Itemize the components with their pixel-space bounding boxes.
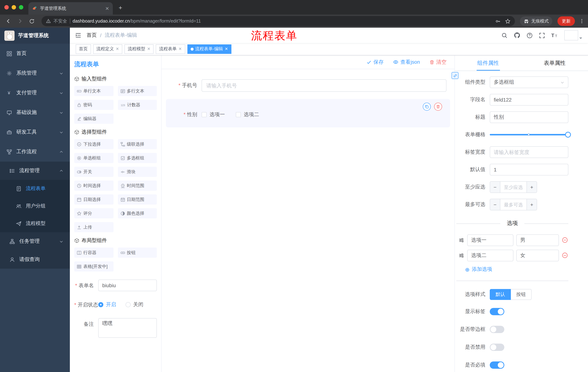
search-icon[interactable] (501, 32, 508, 38)
tag-home[interactable]: 首页 (76, 44, 91, 54)
component-single-text[interactable]: 单行文本 (74, 86, 113, 96)
back-button[interactable] (4, 16, 13, 26)
form-remark-textarea[interactable]: 嘿嘿 (98, 318, 157, 338)
password-key-icon[interactable] (495, 18, 501, 24)
max-select-input[interactable] (500, 199, 526, 210)
remove-option-button[interactable] (562, 237, 568, 244)
field-name-input[interactable] (490, 94, 568, 106)
update-chrome-button[interactable]: 更新 (557, 16, 575, 26)
bookmark-star-icon[interactable] (505, 18, 511, 24)
sidebar-item-home[interactable]: 首页 (0, 44, 70, 63)
close-window-button[interactable] (4, 5, 9, 10)
sidebar-item-payment[interactable]: ¥ 支付管理 (0, 83, 70, 103)
slider-handle[interactable] (565, 132, 571, 138)
sidebar-item-task-mgmt[interactable]: 任务管理 (0, 232, 70, 250)
tab-form-props[interactable]: 表单属性 (521, 55, 588, 71)
app-logo[interactable]: 芋道管理系统 (0, 28, 70, 44)
component-switch[interactable]: 开关 (74, 167, 113, 177)
component-table[interactable]: 表格[开发中] (74, 261, 113, 272)
border-toggle[interactable] (490, 326, 504, 333)
form-grid-slider[interactable] (490, 129, 568, 140)
drawing-board[interactable]: 手机号 (162, 69, 454, 372)
sidebar-item-process-mgmt[interactable]: 流程管理 (0, 162, 70, 180)
collapse-sidebar-icon[interactable] (72, 29, 84, 42)
gender-option2-checkbox[interactable]: 选项二 (236, 111, 259, 118)
link-icon[interactable] (452, 72, 459, 79)
new-tab-button[interactable]: + (115, 2, 126, 13)
save-button[interactable]: 保存 (367, 59, 384, 65)
component-slider[interactable]: 滑块 (118, 167, 157, 177)
component-checkbox-group[interactable]: 多选框组 (118, 153, 157, 163)
tag-process-definition[interactable]: 流程定义 ✕ (93, 44, 122, 54)
min-select-input[interactable] (500, 182, 526, 192)
sidebar-item-process-form[interactable]: 流程表单 (0, 180, 70, 197)
component-radio-group[interactable]: 单选框组 (74, 153, 113, 163)
minimize-window-button[interactable] (12, 5, 16, 10)
field-phone[interactable]: 手机号 (166, 77, 450, 94)
option2-label-input[interactable] (467, 250, 514, 261)
remove-option-button[interactable] (562, 252, 568, 259)
address-bar[interactable]: 不安全 dashboard.yudao.iocoder.cn/bpm/manag… (42, 16, 515, 26)
status-off-radio[interactable]: 关闭 (126, 301, 143, 308)
drag-handle-icon[interactable] (459, 237, 464, 243)
sidebar-item-devtools[interactable]: 研发工具 (0, 122, 70, 142)
component-multi-text[interactable]: 多行文本 (118, 86, 157, 96)
add-option-button[interactable]: ⊕ 添加选项 (465, 266, 568, 273)
tag-close-icon[interactable]: ✕ (178, 47, 182, 51)
plus-button[interactable]: + (526, 199, 537, 210)
component-password[interactable]: 密码 (74, 100, 113, 110)
reload-button[interactable] (27, 16, 36, 26)
component-row-container[interactable]: 行容器 (74, 247, 113, 258)
component-time-range[interactable]: 时间范围 (118, 181, 157, 191)
component-counter[interactable]: 123 计数器 (118, 100, 157, 110)
tab-close-icon[interactable]: ✕ (105, 6, 109, 11)
field-gender-selected[interactable]: 性别 选项一 选项二 (166, 99, 450, 128)
sidebar-item-workflow[interactable]: 工作流程 (0, 142, 70, 162)
component-type-select[interactable]: 多选框组 (490, 76, 568, 88)
status-on-radio[interactable]: 开启 (98, 301, 116, 308)
form-name-input[interactable] (98, 279, 157, 291)
tag-close-icon[interactable]: ✕ (116, 47, 119, 51)
tag-process-model[interactable]: 流程模型 ✕ (125, 44, 154, 54)
component-button[interactable]: 按钮 (118, 247, 157, 258)
component-color-picker[interactable]: 颜色选择 (118, 208, 157, 218)
tag-close-icon[interactable]: ✕ (147, 47, 150, 51)
gender-option1-checkbox[interactable]: 选项一 (202, 111, 225, 118)
component-upload[interactable]: 上传 (74, 222, 113, 232)
phone-input[interactable] (202, 79, 446, 92)
drag-handle-icon[interactable] (459, 253, 464, 258)
component-editor[interactable]: 编辑器 (74, 114, 113, 124)
option1-label-input[interactable] (467, 234, 514, 246)
browser-tab[interactable]: 芋道管理系统 ✕ (28, 2, 113, 15)
style-button-button[interactable]: 按钮 (511, 289, 532, 300)
disabled-toggle[interactable] (490, 344, 504, 351)
forward-button[interactable] (15, 16, 25, 26)
sidebar-item-leave-query[interactable]: 请假查询 (0, 250, 70, 269)
show-label-toggle[interactable] (490, 308, 504, 315)
github-icon[interactable] (514, 32, 520, 39)
component-time-picker[interactable]: 时间选择 (74, 181, 113, 191)
font-size-icon[interactable]: TT (551, 32, 558, 38)
component-date-picker[interactable]: 日期选择 (74, 194, 113, 205)
option1-value-input[interactable] (516, 234, 559, 246)
required-toggle[interactable] (490, 361, 504, 369)
zoom-window-button[interactable] (19, 5, 23, 10)
component-select[interactable]: 下拉选择 (74, 139, 113, 149)
user-avatar[interactable] (564, 30, 578, 40)
sidebar-item-infra[interactable]: 基础设施 (0, 103, 70, 122)
title-input[interactable] (490, 111, 568, 123)
sidebar-item-user-group[interactable]: 用户分组 (0, 197, 70, 215)
component-rate[interactable]: 评分 (74, 208, 113, 218)
minus-button[interactable]: − (490, 199, 500, 210)
sidebar-item-process-model[interactable]: 流程模型 (0, 215, 70, 232)
style-default-button[interactable]: 默认 (490, 289, 511, 300)
clear-button[interactable]: 清空 (429, 59, 446, 65)
plus-button[interactable]: + (526, 182, 537, 192)
breadcrumb-home[interactable]: 首页 (87, 32, 97, 39)
component-cascader[interactable]: 级联选择 (118, 139, 157, 149)
minus-button[interactable]: − (490, 182, 500, 192)
fullscreen-icon[interactable] (539, 32, 545, 38)
sidebar-item-system[interactable]: 系统管理 (0, 63, 70, 83)
tab-component-props[interactable]: 组件属性 (455, 55, 521, 71)
tag-process-form[interactable]: 流程表单 ✕ (156, 44, 185, 54)
